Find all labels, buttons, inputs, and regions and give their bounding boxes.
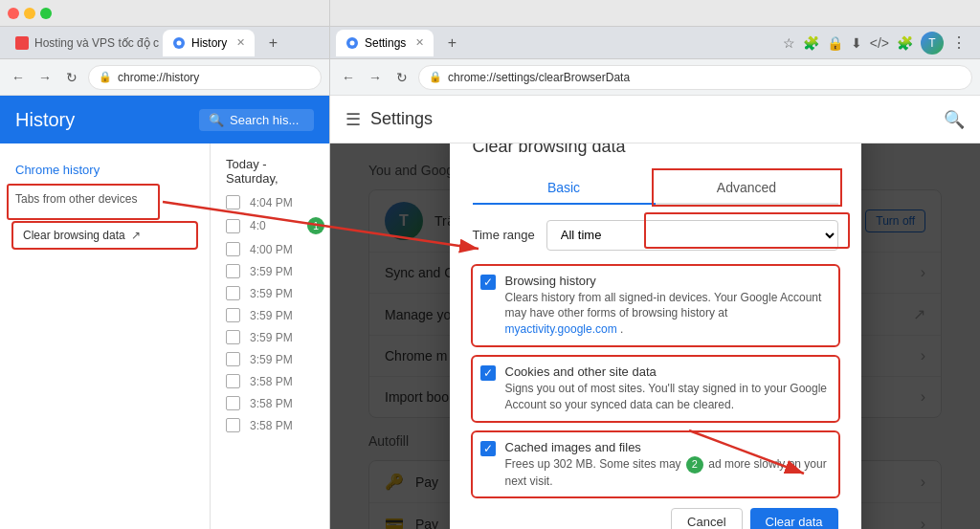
history-address-bar: ← → ↻ 🔒 chrome://history — [0, 59, 329, 96]
history-address-box[interactable]: 🔒 chrome://history — [88, 65, 322, 90]
browsing-history-desc-suffix: . — [620, 322, 623, 336]
traffic-lights — [8, 8, 52, 19]
tab-basic[interactable]: Basic — [473, 172, 656, 205]
browsing-history-checkbox[interactable]: ✓ — [480, 275, 496, 290]
cookies-desc: Signs you out of most sites. You'll stay… — [505, 381, 831, 413]
history-main: Today - Saturday, 4:04 PM 4:0 1 4:00 PM … — [211, 143, 329, 529]
modal-overlay: Clear browsing data Basic Advanced Time … — [330, 143, 980, 529]
list-item: 3:59 PM — [211, 304, 329, 326]
time-range-row: Time range All time Last hour Last 24 ho… — [473, 220, 838, 251]
cookies-check-icon: ✓ — [483, 366, 493, 380]
time-range-select[interactable]: All time Last hour Last 24 hours Last 7 … — [546, 220, 838, 251]
cookies-checkbox[interactable]: ✓ — [480, 365, 496, 381]
cookies-title: Cookies and other site data — [505, 364, 831, 379]
settings-address-bar: ← → ↻ 🔒 chrome://settings/clearBrowserDa… — [330, 59, 980, 96]
history-item-checkbox[interactable] — [226, 374, 240, 388]
tab-advanced-label: Advanced — [717, 180, 776, 195]
settings-tab-bar: Settings ✕ + ☆ 🧩 🔒 ⬇ </> 🧩 T ⋮ — [330, 27, 980, 59]
history-date-header: Today - Saturday, — [211, 151, 329, 191]
tab-settings[interactable]: Settings ✕ — [336, 30, 434, 56]
tab-settings-close[interactable]: ✕ — [415, 36, 424, 49]
extension-icon[interactable]: 🧩 — [803, 35, 819, 51]
close-button[interactable] — [8, 8, 19, 19]
settings-new-tab-button[interactable]: + — [441, 33, 462, 54]
history-page-title: History — [15, 109, 189, 131]
cookies-item: ✓ Cookies and other site data Signs you … — [473, 357, 838, 421]
list-item: 3:58 PM — [211, 414, 329, 436]
forward-button[interactable]: → — [34, 67, 56, 88]
profile-avatar[interactable]: T — [921, 32, 944, 55]
settings-forward-button[interactable]: → — [365, 67, 386, 88]
history-item-time: 3:58 PM — [250, 375, 298, 388]
tab-advanced[interactable]: Advanced — [656, 172, 838, 203]
clear-browsing-data-dialog: Clear browsing data Basic Advanced Time … — [450, 143, 861, 529]
history-item-checkbox[interactable] — [226, 286, 240, 300]
history-item-checkbox[interactable] — [226, 219, 240, 233]
menu-icon[interactable]: ⋮ — [951, 33, 967, 52]
tab-history[interactable]: History ✕ — [163, 30, 255, 56]
star-icon[interactable]: ☆ — [783, 35, 795, 51]
history-item-checkbox[interactable] — [226, 308, 240, 322]
cached-desc: Frees up 302 MB. Some sites may 2 ad mor… — [505, 456, 831, 490]
history-item-checkbox[interactable] — [226, 418, 240, 432]
history-item-checkbox[interactable] — [226, 352, 240, 366]
cached-desc-text: Frees up 302 MB. Some sites may — [505, 457, 681, 471]
history-item-time: 3:59 PM — [250, 331, 298, 344]
cached-item: ✓ Cached images and files Frees up 302 M… — [473, 432, 838, 497]
browser-toolbar-right: ☆ 🧩 🔒 ⬇ </> 🧩 T ⋮ — [783, 32, 974, 55]
history-item-checkbox[interactable] — [226, 264, 240, 278]
history-url: chrome://history — [118, 71, 199, 84]
list-item: 3:59 PM — [211, 348, 329, 370]
history-item-time: 3:59 PM — [250, 353, 298, 366]
tab-hosting[interactable]: Hosting và VPS tốc độ cao, b... ✕ — [6, 30, 159, 56]
history-item-time: 3:59 PM — [250, 265, 298, 278]
settings-content-wrapper: You and Google T Trần Quân Đà Turn off S… — [330, 143, 980, 529]
history-tab-bar: Hosting và VPS tốc độ cao, b... ✕ Histor… — [0, 27, 329, 59]
download-icon[interactable]: ⬇ — [851, 35, 862, 51]
lock-icon: 🔒 — [99, 71, 112, 83]
browsing-history-item: ✓ Browsing history Clears history from a… — [473, 266, 838, 345]
list-item: 4:04 PM — [211, 191, 329, 213]
tab-settings-label: Settings — [365, 36, 406, 50]
myactivity-link[interactable]: myactivity.google.com — [505, 322, 617, 336]
tab-settings-favicon — [345, 36, 359, 50]
history-search-box[interactable]: 🔍 Search his... — [199, 109, 314, 131]
settings-address-box[interactable]: 🔒 chrome://settings/clearBrowserData — [418, 65, 972, 90]
minimize-button[interactable] — [24, 8, 35, 19]
new-tab-button[interactable]: + — [262, 33, 283, 54]
badge-notification: 1 — [307, 217, 324, 234]
svg-point-3 — [350, 40, 355, 45]
tab-close-history[interactable]: ✕ — [236, 36, 245, 49]
clear-browsing-data-button[interactable]: Clear browsing data ↗ — [11, 221, 198, 250]
settings-url: chrome://settings/clearBrowserData — [448, 71, 630, 84]
history-sidebar: Chrome history Tabs from other devices C… — [0, 143, 211, 529]
badge-2: 2 — [686, 456, 703, 474]
settings-search-icon[interactable]: 🔍 — [944, 109, 965, 130]
sidebar-item-chrome-history[interactable]: Chrome history — [0, 155, 210, 185]
puzzle-icon[interactable]: 🧩 — [897, 35, 913, 51]
cancel-button[interactable]: Cancel — [671, 508, 742, 529]
lock-icon-toolbar: 🔒 — [827, 35, 843, 51]
history-item-checkbox[interactable] — [226, 396, 240, 410]
history-titlebar — [0, 0, 329, 27]
browsing-history-title: Browsing history — [505, 274, 831, 288]
hamburger-icon[interactable]: ☰ — [345, 109, 361, 130]
settings-page-title: Settings — [370, 109, 433, 129]
history-item-checkbox[interactable] — [226, 195, 240, 209]
cached-checkbox[interactable]: ✓ — [480, 441, 496, 456]
history-item-checkbox[interactable] — [226, 242, 240, 256]
reload-button[interactable]: ↻ — [61, 67, 82, 88]
maximize-button[interactable] — [40, 8, 52, 19]
history-item-checkbox[interactable] — [226, 330, 240, 344]
code-icon[interactable]: </> — [870, 35, 889, 51]
back-button[interactable]: ← — [8, 67, 29, 88]
dialog-tabs: Basic Advanced — [473, 172, 838, 205]
settings-reload-button[interactable]: ↻ — [391, 67, 412, 88]
browsing-history-text: Browsing history Clears history from all… — [505, 274, 831, 338]
settings-back-button[interactable]: ← — [338, 67, 359, 88]
dialog-title: Clear browsing data — [473, 143, 838, 157]
list-item: 3:59 PM — [211, 282, 329, 304]
cached-text: Cached images and files Frees up 302 MB.… — [505, 440, 831, 490]
search-icon: 🔍 — [209, 113, 224, 127]
clear-data-button[interactable]: Clear data — [750, 508, 838, 529]
